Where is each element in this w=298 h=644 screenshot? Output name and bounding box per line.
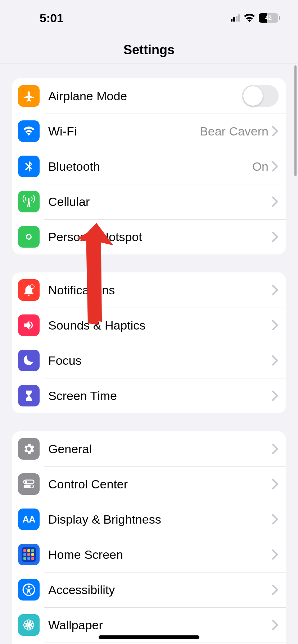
row-airplane-mode[interactable]: Airplane Mode xyxy=(12,78,286,114)
row-display-brightness[interactable]: AA Display & Brightness xyxy=(12,502,286,537)
row-label: Focus xyxy=(48,354,272,368)
row-label: Screen Time xyxy=(48,389,272,403)
flower-icon xyxy=(18,614,40,636)
chevron-right-icon xyxy=(272,355,279,365)
cell-tower-icon xyxy=(18,191,40,212)
row-screen-time[interactable]: Screen Time xyxy=(12,378,286,413)
chevron-right-icon xyxy=(272,585,279,595)
row-label: Display & Brightness xyxy=(48,512,272,526)
chevron-right-icon xyxy=(272,126,279,136)
row-label: Notifications xyxy=(48,283,272,297)
nav-header: Settings xyxy=(0,36,298,64)
battery-indicator: 42 xyxy=(259,13,280,23)
row-label: Wi-Fi xyxy=(48,124,200,138)
status-indicators: 42 xyxy=(231,13,280,23)
link-icon xyxy=(18,226,40,248)
row-label: Wallpaper xyxy=(48,618,272,632)
chevron-right-icon xyxy=(272,161,279,171)
battery-percent: 42 xyxy=(259,13,278,23)
speaker-icon xyxy=(18,314,40,336)
wifi-icon xyxy=(18,120,40,142)
svg-point-7 xyxy=(28,585,30,588)
bluetooth-icon xyxy=(18,156,40,177)
home-indicator[interactable] xyxy=(99,635,199,639)
accessibility-icon xyxy=(18,579,40,601)
settings-group-system: General Control Center AA Display & Brig… xyxy=(12,431,286,644)
bell-icon xyxy=(18,279,40,301)
chevron-right-icon xyxy=(272,479,279,489)
wifi-status-icon xyxy=(244,14,255,22)
svg-point-5 xyxy=(30,485,33,488)
svg-point-3 xyxy=(25,480,27,483)
row-label: Personal Hotspot xyxy=(48,230,272,244)
text-size-icon: AA xyxy=(18,509,40,530)
status-time: 5:01 xyxy=(40,11,63,25)
row-general[interactable]: General xyxy=(12,431,286,466)
settings-group-alerts: Notifications Sounds & Haptics Focus Scr… xyxy=(12,272,286,413)
row-home-screen[interactable]: Home Screen xyxy=(12,537,286,572)
row-personal-hotspot[interactable]: Personal Hotspot xyxy=(12,219,286,254)
row-sounds-haptics[interactable]: Sounds & Haptics xyxy=(12,308,286,343)
row-cellular[interactable]: Cellular xyxy=(12,184,286,219)
row-label: Control Center xyxy=(48,477,272,491)
row-accessibility[interactable]: Accessibility xyxy=(12,572,286,607)
cellular-signal-icon xyxy=(231,14,240,22)
hourglass-icon xyxy=(18,385,40,406)
row-notifications[interactable]: Notifications xyxy=(12,272,286,308)
airplane-toggle[interactable] xyxy=(242,85,279,107)
chevron-right-icon xyxy=(272,514,279,524)
page-title: Settings xyxy=(123,42,175,58)
row-label: Bluetooth xyxy=(48,160,252,174)
row-label: Airplane Mode xyxy=(48,89,242,103)
wifi-detail: Bear Cavern xyxy=(200,124,268,138)
chevron-right-icon xyxy=(272,444,279,454)
chevron-right-icon xyxy=(272,391,279,401)
chevron-right-icon xyxy=(272,620,279,630)
chevron-right-icon xyxy=(272,320,279,330)
switches-icon xyxy=(18,473,40,495)
chevron-right-icon xyxy=(272,197,279,207)
apps-grid-icon xyxy=(18,544,40,565)
row-label: Accessibility xyxy=(48,583,272,597)
status-bar: 5:01 42 xyxy=(0,0,298,36)
row-focus[interactable]: Focus xyxy=(12,343,286,378)
chevron-right-icon xyxy=(272,549,279,560)
row-label: Cellular xyxy=(48,195,272,209)
row-label: Home Screen xyxy=(48,548,272,562)
chevron-right-icon xyxy=(272,285,279,295)
row-label: General xyxy=(48,442,272,456)
row-label: Sounds & Haptics xyxy=(48,318,272,332)
gear-icon xyxy=(18,438,40,460)
settings-content: Airplane Mode Wi-Fi Bear Cavern Bluetoot… xyxy=(0,64,298,644)
row-siri-search[interactable]: Siri & Search xyxy=(12,643,286,644)
row-bluetooth[interactable]: Bluetooth On xyxy=(12,149,286,184)
row-control-center[interactable]: Control Center xyxy=(12,466,286,502)
moon-icon xyxy=(18,350,40,371)
row-wifi[interactable]: Wi-Fi Bear Cavern xyxy=(12,114,286,149)
settings-group-connectivity: Airplane Mode Wi-Fi Bear Cavern Bluetoot… xyxy=(12,78,286,254)
scroll-indicator[interactable] xyxy=(294,65,297,176)
airplane-icon xyxy=(18,85,40,107)
chevron-right-icon xyxy=(272,232,279,242)
bluetooth-detail: On xyxy=(252,160,268,174)
svg-point-1 xyxy=(31,285,34,289)
